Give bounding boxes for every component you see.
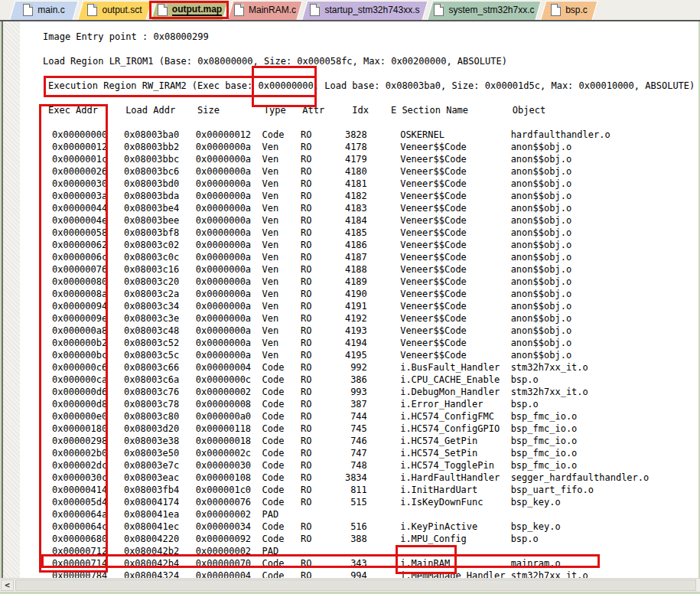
tab-output-map[interactable]: output.map [151, 0, 228, 20]
scroll-left-button[interactable]: < [1, 579, 14, 591]
map-line-load-region: Load Region LR_IROM1 (Base: 0x08000000, … [21, 55, 699, 67]
map-row: 0x00000012 0x08003bb2 0x0000000a Ven RO … [21, 141, 699, 153]
horizontal-scrollbar[interactable]: < [0, 578, 700, 592]
tab-mainram-c[interactable]: MainRAM.c [228, 0, 302, 20]
map-row: 0x00000058 0x08003bf8 0x0000000a Ven RO … [21, 227, 699, 239]
tab-label: main.c [37, 5, 64, 15]
document-icon [551, 4, 561, 16]
map-line-blank [21, 43, 699, 55]
map-row: 0x000000c6 0x08003c66 0x00000004 Code RO… [21, 361, 699, 374]
map-line-blank [21, 116, 699, 129]
tab-label: startup_stm32h743xx.s [324, 5, 419, 15]
map-row: 0x0000003a 0x08003bda 0x0000000a Ven RO … [21, 190, 699, 202]
map-row: 0x00000680 0x08004220 0x00000092 Code RO… [21, 533, 699, 545]
map-row: 0x000000d8 0x08003c78 0x00000008 Code RO… [21, 398, 699, 410]
document-icon [234, 4, 244, 16]
map-line-blank [21, 67, 699, 80]
document-icon [158, 4, 168, 16]
map-row: 0x000000bc 0x08003c5c 0x0000000a Ven RO … [21, 349, 699, 361]
map-row: 0x00000714 0x080042b4 0x00000070 Code RO… [21, 557, 699, 570]
document-icon [310, 4, 320, 16]
map-row: 0x00000080 0x08003c20 0x0000000a Ven RO … [21, 276, 699, 288]
tab-label: output.sct [102, 5, 142, 15]
map-row: 0x00000030 0x08003bd0 0x0000000a Ven RO … [21, 178, 699, 190]
map-row: 0x0000030c 0x08003eac 0x00000108 Code RO… [21, 472, 699, 484]
tab-startup-stm32h743xx-s[interactable]: startup_stm32h743xx.s [302, 0, 428, 20]
editor-window: main.coutput.sctoutput.mapMainRAM.cstart… [0, 0, 700, 594]
selection-gutter[interactable] [3, 21, 20, 578]
map-row: 0x00000712 0x080042b2 0x00000002 PAD [21, 545, 699, 557]
tab-bar: main.coutput.sctoutput.mapMainRAM.cstart… [0, 0, 700, 21]
map-row: 0x000002dc 0x08003e7c 0x00000030 Code RO… [21, 459, 699, 472]
tab-label: MainRAM.c [249, 5, 296, 15]
map-row: 0x00000094 0x08003c34 0x0000000a Ven RO … [21, 300, 699, 312]
map-row: 0x00000000 0x08003ba0 0x00000012 Code RO… [21, 129, 699, 141]
map-row: 0x00000180 0x08003d20 0x00000118 Code RO… [21, 423, 699, 435]
map-row: 0x0000001c 0x08003bbc 0x0000000a Ven RO … [21, 153, 699, 165]
map-row: 0x00000026 0x08003bc6 0x0000000a Ven RO … [21, 165, 699, 178]
map-row: 0x00000044 0x08003be4 0x0000000a Ven RO … [21, 202, 699, 214]
map-row: 0x00000414 0x08003fb4 0x000001c0 Code RO… [21, 484, 699, 496]
tab-bar-spacer [0, 0, 10, 20]
map-row: 0x000002b0 0x08003e50 0x0000002c Code RO… [21, 447, 699, 459]
tab-bsp-c[interactable]: bsp.c [541, 0, 597, 20]
tab-label: system_stm32h7xx.c [448, 5, 534, 15]
map-row: 0x000000d6 0x08003c76 0x00000002 Code RO… [21, 386, 699, 398]
map-line-execution-region: Execution Region RW_IRAM2 (Exec base: 0x… [21, 80, 699, 92]
tab-label: output.map [172, 4, 222, 16]
document-icon [23, 4, 33, 16]
document-icon [434, 4, 444, 16]
map-table-header: Exec Addr Load Addr Size Type Attr Idx E… [21, 104, 699, 116]
map-line-image-entry: Image Entry point : 0x08000299 [21, 31, 699, 43]
tab-main-c[interactable]: main.c [10, 0, 78, 20]
map-row: 0x000000ca 0x08003c6a 0x0000000c Code RO… [21, 374, 699, 386]
text-editor-area[interactable]: Image Entry point : 0x08000299Load Regio… [20, 31, 699, 578]
map-row: 0x00000298 0x08003e38 0x00000018 Code RO… [21, 435, 699, 447]
map-row: 0x000000e0 0x08003c80 0x000000a0 Code RO… [21, 410, 699, 423]
map-row: 0x00000076 0x08003c16 0x0000000a Ven RO … [21, 263, 699, 276]
tab-system-stm32h7xx-c[interactable]: system_stm32h7xx.c [428, 0, 541, 20]
map-row: 0x000005d4 0x08004174 0x00000076 Code RO… [21, 496, 699, 508]
tab-label: bsp.c [565, 5, 588, 15]
map-row: 0x00000062 0x08003c02 0x0000000a Ven RO … [21, 239, 699, 251]
map-row: 0x0000064a 0x080041ea 0x00000002 PAD [21, 508, 699, 521]
map-row: 0x0000008a 0x08003c2a 0x0000000a Ven RO … [21, 288, 699, 300]
scrollbar-thumb[interactable] [15, 579, 696, 591]
map-row: 0x000000a8 0x08003c48 0x0000000a Ven RO … [21, 325, 699, 337]
tab-output-sct[interactable]: output.sct [78, 0, 151, 20]
map-row: 0x0000006c 0x08003c0c 0x0000000a Ven RO … [21, 251, 699, 263]
map-row: 0x0000004e 0x08003bee 0x0000000a Ven RO … [21, 214, 699, 227]
map-line-blank [21, 92, 699, 104]
document-icon [87, 4, 97, 16]
map-row: 0x0000009e 0x08003c3e 0x0000000a Ven RO … [21, 312, 699, 325]
map-row: 0x000000b2 0x08003c52 0x0000000a Ven RO … [21, 337, 699, 349]
map-row: 0x0000064c 0x080041ec 0x00000034 Code RO… [21, 521, 699, 533]
